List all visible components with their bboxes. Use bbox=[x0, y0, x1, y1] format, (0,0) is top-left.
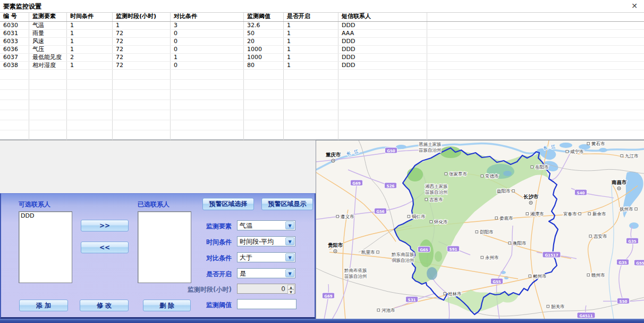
table-cell: 1 bbox=[67, 62, 113, 69]
road-badge-label: S91 bbox=[450, 247, 457, 252]
table-cell: 6037 bbox=[0, 54, 29, 61]
city-marker-icon bbox=[579, 213, 581, 216]
close-button[interactable]: ✕ bbox=[629, 1, 640, 11]
city-label: 衡阳市 bbox=[513, 241, 527, 246]
city-label: 郴州市 bbox=[533, 274, 547, 279]
city-label: 吉安市 bbox=[594, 234, 607, 239]
selected-contacts-label: 已选联系人 bbox=[138, 200, 170, 209]
region-label: 恩施土家族苗族自治州 bbox=[418, 142, 442, 153]
table-empty-row bbox=[0, 80, 644, 90]
city-label: 重庆市 bbox=[325, 152, 341, 158]
monitor-element-value: 气温 bbox=[240, 222, 252, 229]
table-cell bbox=[113, 130, 171, 140]
table-cell: 1000 bbox=[244, 54, 284, 61]
city-label: 黄石市 bbox=[591, 141, 605, 146]
warning-area-select-button[interactable]: 预警区域选择 bbox=[202, 198, 254, 210]
table-row[interactable]: 6036气压172010001DDD bbox=[0, 46, 644, 54]
table-row[interactable]: 6038相对湿度1720801DDD bbox=[0, 62, 644, 70]
road-badge-label: G56 bbox=[376, 210, 385, 214]
table-cell bbox=[427, 46, 644, 53]
table-cell bbox=[427, 62, 644, 69]
table-cell bbox=[338, 80, 427, 89]
table-cell bbox=[338, 130, 427, 140]
table-cell: 0 bbox=[171, 62, 244, 69]
table-cell: 监测时段(小时) bbox=[113, 13, 171, 21]
compare-condition-select[interactable]: 大于 ▼ bbox=[237, 252, 295, 262]
move-right-button[interactable]: >> bbox=[81, 220, 129, 231]
table-row[interactable]: 6031雨量1720501AAA bbox=[0, 30, 644, 38]
delete-button[interactable]: 删 除 bbox=[143, 300, 191, 311]
table-cell: DDD bbox=[338, 38, 427, 45]
capital-marker-dot bbox=[333, 160, 334, 161]
city-marker-icon bbox=[377, 251, 379, 254]
table-cell bbox=[284, 110, 338, 120]
table-cell: 1 bbox=[284, 54, 338, 61]
monitor-period-spinner[interactable]: 0 ▲▼ bbox=[237, 284, 295, 294]
road-badge-label: S31 bbox=[408, 298, 416, 302]
table-cell: 监测阈值 bbox=[244, 13, 284, 21]
table-cell bbox=[284, 80, 338, 89]
table-row[interactable]: 6030气温11332.61DDD bbox=[0, 22, 644, 30]
table-cell bbox=[29, 100, 67, 110]
list-item[interactable]: DDD bbox=[21, 212, 70, 219]
road-badge-label: S40 bbox=[577, 191, 585, 195]
city-label: 张家界市 bbox=[449, 171, 468, 177]
map[interactable]: 长 江长 江恩施土家族苗族自治州湘西土家族苗族自治州黔东南苗族侗族自治州黔南布依… bbox=[316, 140, 644, 319]
table-cell bbox=[338, 90, 427, 100]
available-contacts-list[interactable]: DDD bbox=[19, 211, 72, 283]
table-row[interactable]: 6033风速1720201DDD bbox=[0, 38, 644, 46]
table-cell bbox=[113, 90, 171, 100]
map-panel[interactable]: 长 江长 江恩施土家族苗族自治州湘西土家族苗族自治州黔东南苗族侗族自治州黔南布依… bbox=[316, 140, 644, 319]
monitor-element-select[interactable]: 气温 ▼ bbox=[237, 220, 295, 230]
table-cell: 最低能见度 bbox=[29, 54, 67, 61]
element-monitoring-settings-window: 要素监控设置 ✕ 编 号监测要素时间条件监测时段(小时)对比条件监测阈值是否开启… bbox=[0, 0, 644, 323]
table-cell bbox=[427, 70, 644, 79]
table-cell bbox=[244, 110, 284, 120]
chevron-down-icon[interactable]: ▼ bbox=[285, 269, 294, 277]
chevron-down-icon[interactable]: ▼ bbox=[285, 237, 294, 245]
table-cell bbox=[427, 120, 644, 130]
time-condition-select[interactable]: 时间段-平均 ▼ bbox=[237, 236, 295, 246]
chevron-down-icon[interactable]: ▼ bbox=[285, 253, 294, 261]
city-label: 贵阳市 bbox=[328, 242, 343, 248]
region-label: 黔南布依族苗族自治州 bbox=[344, 268, 367, 279]
table-cell: 1 bbox=[113, 22, 171, 29]
available-contacts-label: 可选联系人 bbox=[19, 200, 50, 209]
table-cell: 2 bbox=[67, 54, 113, 61]
table-cell: 3 bbox=[171, 22, 244, 29]
table-cell bbox=[67, 130, 113, 140]
table-cell bbox=[67, 120, 113, 130]
table-cell: 是否开启 bbox=[284, 13, 338, 21]
table-empty-row bbox=[0, 130, 644, 140]
city-marker-icon bbox=[588, 213, 591, 216]
modify-button[interactable]: 修 改 bbox=[80, 300, 129, 311]
table-cell bbox=[427, 38, 644, 45]
table-cell bbox=[171, 100, 244, 110]
city-label: 湘潭市 bbox=[530, 211, 544, 217]
table-cell bbox=[338, 100, 427, 110]
monitoring-table[interactable]: 编 号监测要素时间条件监测时段(小时)对比条件监测阈值是否开启短信联系人6030… bbox=[0, 12, 644, 140]
enabled-select[interactable]: 是 ▼ bbox=[237, 268, 295, 278]
table-cell bbox=[284, 130, 338, 140]
road-badge-label: G69 bbox=[352, 181, 361, 186]
table-empty-row bbox=[0, 100, 644, 110]
table-cell: 相对湿度 bbox=[29, 62, 67, 69]
warning-area-display-button[interactable]: 预警区域显示 bbox=[261, 198, 313, 210]
chevron-down-icon[interactable]: ▼ bbox=[285, 221, 294, 229]
table-cell bbox=[67, 100, 113, 110]
table-row[interactable]: 6037最低能见度272110001DDD bbox=[0, 54, 644, 62]
table-cell: 50 bbox=[244, 30, 284, 37]
table-cell bbox=[427, 13, 644, 21]
move-left-button[interactable]: << bbox=[81, 242, 129, 253]
window-title: 要素监控设置 bbox=[3, 2, 41, 11]
table-header-row: 编 号监测要素时间条件监测时段(小时)对比条件监测阈值是否开启短信联系人 bbox=[0, 13, 644, 22]
spinner-up-icon[interactable]: ▲ bbox=[287, 285, 294, 289]
spinner-down-icon[interactable]: ▼ bbox=[287, 289, 294, 294]
city-marker-icon bbox=[377, 309, 380, 312]
table-cell: 6036 bbox=[0, 46, 29, 53]
city-marker-icon bbox=[512, 190, 515, 193]
add-button[interactable]: 添 加 bbox=[19, 300, 68, 311]
table-cell: 6033 bbox=[0, 38, 29, 45]
threshold-input[interactable] bbox=[237, 299, 296, 309]
table-cell bbox=[0, 130, 29, 140]
